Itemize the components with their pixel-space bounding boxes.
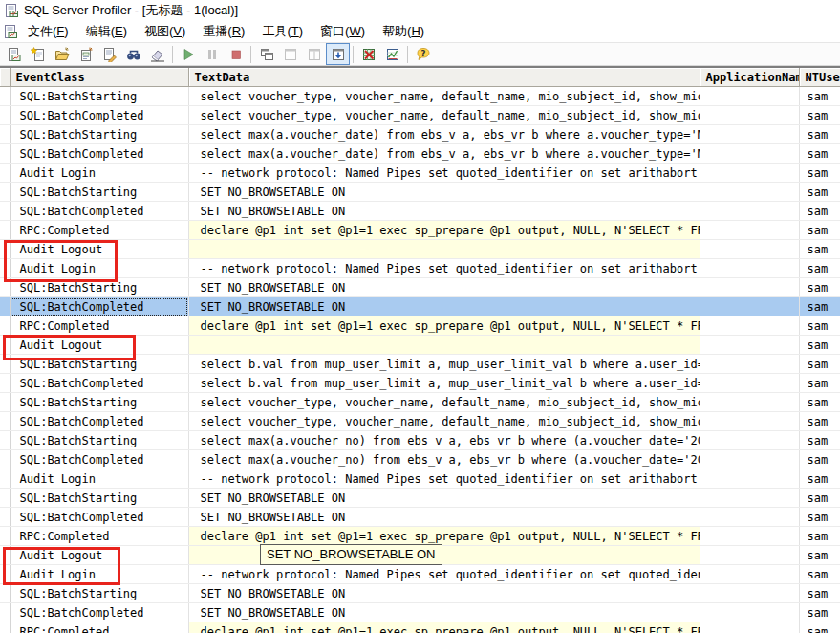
cell-ntusername: sam [799,336,840,355]
open-trace-icon[interactable] [50,43,74,65]
row-selector-header[interactable] [0,68,10,87]
cell-textdata: -- network protocol: Named Pipes set quo… [188,164,700,183]
table-row[interactable]: SQL:BatchStartingselect b.val from mup_u… [0,355,840,374]
cell-eventclass: Audit Login [10,565,188,584]
row-selector [0,527,10,546]
cell-textdata: select max(a.voucher_no) from ebs_v a, e… [188,431,700,450]
cell-textdata: declare @p1 int set @p1=1 exec sp_prepar… [188,622,700,633]
table-row[interactable]: SQL:BatchStartingselect voucher_type, vo… [0,87,840,106]
cell-ntusername: sam [799,316,840,336]
menu-file[interactable]: 文件(F) [20,21,76,42]
table-row[interactable]: SQL:BatchCompletedSET NO_BROWSETABLE ONs… [0,202,840,221]
row-selector [0,183,10,202]
tile-horizontal-icon[interactable] [278,43,302,65]
cell-ntusername: sam [799,221,840,240]
cell-ntusername: sam [799,144,840,164]
table-row[interactable]: Audit Logoutsam [0,336,840,355]
cell-ntusername: sam [799,489,840,508]
cell-applicationname [700,622,799,633]
column-header-textdata[interactable]: TextData [188,68,700,87]
performance-monitor-icon[interactable] [380,43,404,65]
column-header-eventclass[interactable]: EventClass [10,68,188,87]
tile-vertical-icon[interactable] [302,43,326,65]
row-selector [0,450,10,469]
table-row[interactable]: RPC:Completeddeclare @p1 int set @p1=1 e… [0,221,840,240]
mdi-child-icon[interactable] [3,24,18,39]
table-row[interactable]: SQL:BatchCompletedSET NO_BROWSETABLE ONs… [0,603,840,622]
menu-window[interactable]: 窗口(W) [312,21,373,42]
cell-ntusername: sam [799,603,840,622]
stop-trace-icon[interactable] [224,43,248,65]
table-row[interactable]: SQL:BatchCompletedselect voucher_type, v… [0,106,840,125]
table-row[interactable]: RPC:Completeddeclare @p1 int set @p1=1 e… [0,622,840,633]
cell-eventclass: Audit Logout [10,546,188,565]
table-row[interactable]: SQL:BatchCompletedselect max(a.voucher_d… [0,144,840,164]
find-icon[interactable] [121,43,145,65]
table-row[interactable]: Audit Login-- network protocol: Named Pi… [0,565,840,584]
cell-ntusername: sam [799,297,840,316]
start-trace-icon[interactable] [176,43,200,65]
row-selector [0,221,10,240]
cell-textdata: SET NO_BROWSETABLE ON [188,508,700,527]
table-row[interactable]: RPC:Completeddeclare @p1 int set @p1=1 e… [0,527,840,546]
cell-eventclass: Audit Logout [10,336,188,355]
cell-ntusername: sam [799,125,840,144]
row-selector [0,546,10,565]
new-trace-icon[interactable] [26,43,50,65]
menu-replay[interactable]: 重播(R) [195,21,252,42]
table-row[interactable]: SQL:BatchCompletedSET NO_BROWSETABLE ONs… [0,297,840,316]
pause-trace-icon[interactable] [200,43,224,65]
cell-textdata: -- network protocol: Named Pipes set quo… [188,565,700,584]
cell-eventclass: RPC:Completed [10,316,188,336]
cell-textdata: SET NO_BROWSETABLE ON [188,278,700,297]
trace-grid: EventClass TextData ApplicationName NTUs… [0,66,840,633]
auto-scroll-icon[interactable] [326,43,350,65]
table-row[interactable]: SQL:BatchStartingselect voucher_type, vo… [0,393,840,412]
cell-ntusername: sam [799,546,840,565]
cell-ntusername: sam [799,431,840,450]
cell-textdata: SET NO_BROWSETABLE ON [188,603,700,622]
table-row[interactable]: SQL:BatchStartingSET NO_BROWSETABLE ONsa… [0,584,840,603]
menu-tools[interactable]: 工具(T) [254,21,311,42]
cell-eventclass: SQL:BatchStarting [10,87,188,106]
cell-ntusername: sam [799,202,840,221]
save-trace-icon[interactable] [74,43,97,65]
table-row[interactable]: RPC:Completeddeclare @p1 int set @p1=1 e… [0,316,840,336]
clear-trace-icon[interactable] [145,43,169,65]
table-row[interactable]: SQL:BatchCompletedSET NO_BROWSETABLE ONs… [0,508,840,527]
table-row[interactable]: Audit Login-- network protocol: Named Pi… [0,259,840,278]
table-row[interactable]: Audit Login-- network protocol: Named Pi… [0,469,840,489]
cell-eventclass: SQL:BatchCompleted [10,374,188,393]
cell-applicationname [700,278,799,297]
cell-applicationname [700,316,799,336]
table-row[interactable]: SQL:BatchCompletedselect voucher_type, v… [0,412,840,431]
table-row[interactable]: SQL:BatchStartingselect max(a.voucher_no… [0,431,840,450]
row-selector [0,489,10,508]
cell-textdata: select max(a.voucher_date) from ebs_v a,… [188,125,700,144]
table-row[interactable]: SQL:BatchStartingselect max(a.voucher_da… [0,125,840,144]
cell-ntusername: sam [799,355,840,374]
cell-ntusername: sam [799,469,840,489]
trace-file-icon[interactable] [2,43,26,65]
column-header-applicationname[interactable]: ApplicationName [700,68,799,87]
table-row[interactable]: SQL:BatchStartingSET NO_BROWSETABLE ONsa… [0,183,840,202]
table-row[interactable]: SQL:BatchStartingSET NO_BROWSETABLE ONsa… [0,278,840,297]
help-icon[interactable]: ? [411,43,435,65]
cell-applicationname [700,508,799,527]
table-row[interactable]: Audit Login-- network protocol: Named Pi… [0,164,840,183]
table-row[interactable]: SQL:BatchCompletedselect b.val from mup_… [0,374,840,393]
menu-view[interactable]: 视图(V) [137,21,193,42]
column-header-ntusername[interactable]: NTUserName [799,68,840,87]
menu-help[interactable]: 帮助(H) [375,21,432,42]
row-selector [0,622,10,633]
cascade-windows-icon[interactable] [254,43,278,65]
cell-textdata: -- network protocol: Named Pipes set quo… [188,259,700,278]
cell-ntusername: sam [799,278,840,297]
close-results-icon[interactable] [356,43,380,65]
table-row[interactable]: SQL:BatchCompletedselect max(a.voucher_n… [0,450,840,469]
row-selector [0,603,10,622]
table-row[interactable]: Audit Logoutsam [0,240,840,259]
trace-properties-icon[interactable] [97,43,121,65]
menu-edit[interactable]: 编辑(E) [78,21,135,42]
table-row[interactable]: SQL:BatchStartingSET NO_BROWSETABLE ONsa… [0,489,840,508]
